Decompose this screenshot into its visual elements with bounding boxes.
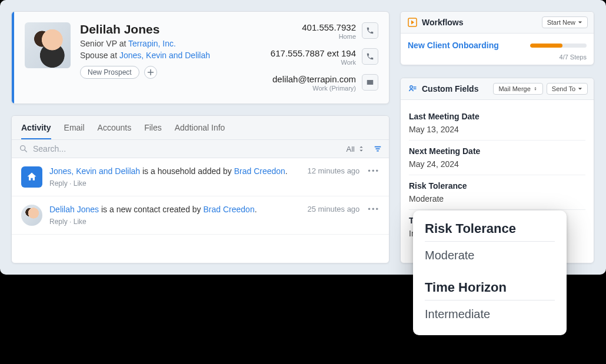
phone-work-value: 617.555.7887 ext 194: [271, 48, 356, 58]
sort-icon: [533, 86, 538, 91]
tag-pill[interactable]: New Prospect: [80, 66, 139, 79]
cf-label: Next Meeting Date: [409, 146, 585, 156]
person-card-icon: [408, 84, 417, 93]
feed-meta: Reply · Like: [49, 218, 300, 226]
more-menu[interactable]: •••: [368, 166, 379, 175]
reply-link[interactable]: Reply: [49, 179, 68, 188]
custom-fields-title: Custom Fields: [422, 84, 478, 93]
cf-value: May 13, 2024: [409, 125, 585, 134]
email-button[interactable]: [362, 74, 378, 91]
phone-home-label: Home: [302, 33, 356, 40]
custom-field-row: Last Meeting DateMay 13, 2024: [409, 106, 585, 141]
cf-value: Moderate: [409, 194, 585, 203]
company-link[interactable]: Terrapin, Inc.: [128, 39, 176, 48]
phone-home-value: 401.555.7932: [302, 22, 356, 32]
tabs: ActivityEmailAccountsFilesAddtional Info: [12, 116, 389, 140]
workflow-progress: [530, 44, 587, 48]
svg-point-0: [21, 146, 25, 151]
filter-all[interactable]: All: [347, 145, 365, 153]
send-to-button[interactable]: Send To: [547, 83, 588, 95]
avatar-icon: [21, 205, 42, 226]
call-work-button[interactable]: [362, 48, 378, 65]
like-link[interactable]: Like: [74, 218, 86, 226]
mail-icon: [366, 78, 374, 86]
plus-icon: [147, 69, 154, 76]
feed-meta: Reply · Like: [49, 179, 300, 188]
more-menu[interactable]: •••: [368, 205, 379, 213]
phone-icon: [366, 26, 374, 35]
mail-merge-button[interactable]: Mail Merge: [493, 83, 542, 95]
cf-label: Last Meeting Date: [409, 112, 585, 121]
feed-item: Jones, Kevin and Delilah is a household …: [12, 158, 389, 196]
custom-fields-popover: Risk Tolerance Moderate Time Horizon Int…: [413, 211, 567, 335]
tab-files[interactable]: Files: [144, 123, 162, 139]
search-input[interactable]: [33, 144, 347, 153]
popover-label-1: Risk Tolerance: [425, 221, 555, 242]
phone-icon: [366, 52, 374, 61]
start-new-button[interactable]: Start New: [542, 16, 588, 28]
email-value: delilah@terrapin.com: [272, 74, 356, 84]
email-label: Work (Primary): [272, 85, 356, 92]
search-icon: [19, 144, 28, 153]
feed-link[interactable]: Jones, Kevin and Delilah: [49, 166, 140, 176]
feed-time: 25 minutes ago: [307, 205, 359, 213]
tab-addtional-info[interactable]: Addtional Info: [175, 123, 225, 139]
svg-point-2: [410, 86, 412, 88]
workflow-link[interactable]: New Client Onboarding: [408, 41, 499, 50]
like-link[interactable]: Like: [74, 179, 86, 188]
filter-icon[interactable]: [374, 145, 382, 153]
popover-value-1: Moderate: [425, 249, 555, 262]
custom-field-row: Risk ToleranceModerate: [409, 175, 585, 210]
workflow-steps-text: 4/7 Steps: [408, 54, 587, 61]
call-home-button[interactable]: [362, 22, 378, 39]
feed-time: 12 minutes ago: [307, 166, 359, 175]
cf-value: May 24, 2024: [409, 159, 585, 169]
add-tag-button[interactable]: [144, 66, 157, 79]
popover-value-2: Intermediate: [425, 308, 555, 321]
feed-item: Delilah Jones is a new contact created b…: [12, 196, 389, 235]
tab-email[interactable]: Email: [64, 123, 85, 139]
contact-spouse: Spouse at Jones, Kevin and Delilah: [80, 51, 261, 60]
contact-card: Delilah Jones Senior VP at Terrapin, Inc…: [11, 11, 389, 104]
feed-text: Delilah Jones is a new contact created b…: [49, 205, 300, 214]
chevron-down-icon: [578, 86, 582, 91]
chevron-down-icon: [578, 20, 582, 25]
tab-accounts[interactable]: Accounts: [98, 123, 132, 139]
activity-panel: ActivityEmailAccountsFilesAddtional Info…: [11, 115, 389, 263]
tab-activity[interactable]: Activity: [21, 123, 51, 139]
workflow-icon: [408, 18, 417, 27]
contact-avatar[interactable]: [25, 22, 71, 68]
cf-label: Risk Tolerance: [409, 181, 585, 191]
house-icon: [21, 166, 42, 188]
contact-name: Delilah Jones: [80, 22, 261, 36]
contact-role: Senior VP at Terrapin, Inc.: [80, 39, 261, 48]
sort-icon: [357, 145, 365, 153]
reply-link[interactable]: Reply: [49, 218, 68, 226]
custom-field-row: Next Meeting DateMay 24, 2024: [409, 141, 585, 175]
popover-label-2: Time Horizon: [425, 280, 555, 300]
feed-text: Jones, Kevin and Delilah is a household …: [49, 166, 300, 176]
feed-link[interactable]: Delilah Jones: [49, 205, 99, 214]
feed-link[interactable]: Brad Creedon: [234, 166, 285, 176]
workflows-title: Workflows: [422, 18, 464, 27]
workflows-card: Workflows Start New New Client Onboardin…: [400, 11, 594, 65]
phone-work-label: Work: [271, 59, 356, 66]
household-link[interactable]: Jones, Kevin and Delilah: [119, 51, 210, 60]
feed-link[interactable]: Brad Creedon: [204, 205, 255, 214]
